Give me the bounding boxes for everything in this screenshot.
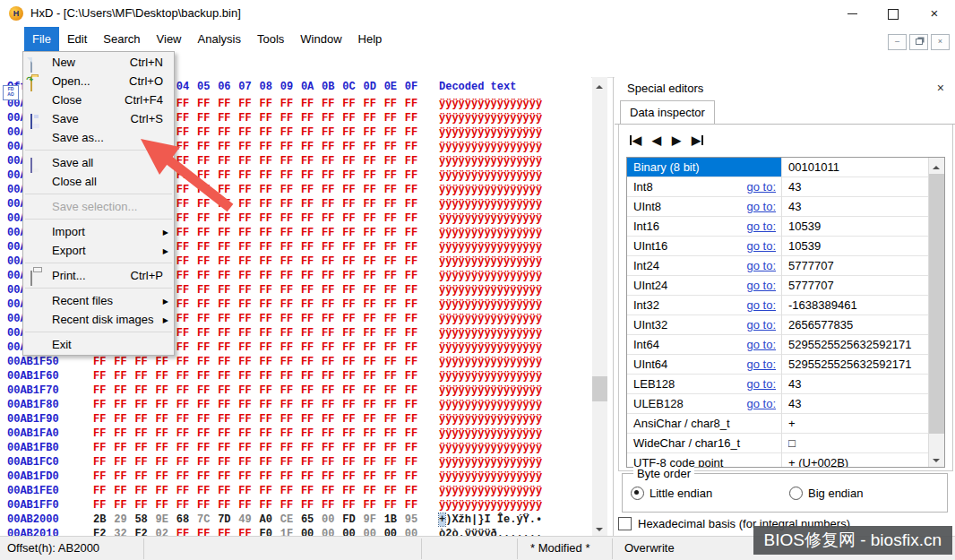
hex-byte[interactable]: FF	[405, 470, 426, 484]
hex-byte[interactable]: FF	[384, 455, 405, 470]
inspector-value[interactable]: 00101011	[788, 158, 928, 177]
hex-byte[interactable]: FF	[114, 455, 134, 470]
hex-byte[interactable]: FF	[405, 183, 426, 197]
hex-byte[interactable]: FF	[238, 484, 259, 498]
hex-byte[interactable]: 00	[405, 527, 426, 536]
hex-byte[interactable]: 29	[114, 513, 134, 527]
hex-row[interactable]: 00AB1F60FFFFFFFFFFFFFFFFFFFFFFFFFFFFFFFF…	[0, 369, 591, 383]
inspector-value[interactable]: 5777707	[788, 276, 928, 295]
hex-row[interactable]: 00AB1FA0FFFFFFFFFFFFFFFFFFFFFFFFFFFFFFFF…	[0, 426, 591, 441]
hex-byte[interactable]: 9F	[363, 513, 383, 527]
hex-byte[interactable]: FF	[280, 140, 301, 154]
hex-byte[interactable]: FF	[260, 355, 280, 369]
hex-byte[interactable]: FF	[405, 312, 426, 326]
hex-byte[interactable]: FF	[134, 412, 155, 426]
decoded-text[interactable]: ÿÿÿÿÿÿÿÿÿÿÿÿÿÿÿÿ	[439, 111, 542, 125]
hex-byte[interactable]: FF	[301, 226, 322, 240]
hex-byte[interactable]: 2B	[93, 513, 114, 527]
hex-byte[interactable]: FF	[301, 269, 322, 283]
hex-byte[interactable]: FF	[280, 383, 301, 398]
hex-byte[interactable]: FF	[156, 455, 176, 470]
hex-byte[interactable]: FF	[176, 168, 197, 183]
hex-byte[interactable]: FF	[280, 226, 301, 240]
hex-byte[interactable]: FF	[260, 125, 280, 140]
hex-byte[interactable]: FF	[134, 355, 155, 369]
hex-byte[interactable]: FF	[301, 97, 322, 111]
hex-byte[interactable]: FF	[134, 369, 155, 383]
menu-item-import[interactable]: Import▶	[23, 222, 174, 241]
menu-item-close[interactable]: CloseCtrl+F4	[23, 90, 174, 109]
hex-byte[interactable]: FF	[342, 211, 363, 226]
menu-search[interactable]: Search	[95, 27, 148, 51]
hex-byte[interactable]: FF	[342, 154, 363, 168]
inspector-type-label[interactable]: UTF-8 code point	[627, 453, 781, 468]
hex-byte[interactable]: FF	[260, 398, 280, 412]
decoded-text[interactable]: ÿÿÿÿÿÿÿÿÿÿÿÿÿÿÿÿ	[439, 183, 542, 197]
hex-byte[interactable]: FF	[363, 441, 383, 455]
hex-byte[interactable]: FF	[114, 355, 134, 369]
inspector-type-label[interactable]: Binary (8 bit)	[627, 158, 781, 177]
decoded-text[interactable]: ò2ò.ÿÿÿÿð.......	[439, 527, 542, 536]
hex-byte[interactable]: FF	[363, 111, 383, 125]
hex-byte[interactable]: FF	[405, 97, 426, 111]
hex-byte[interactable]: FF	[218, 111, 238, 125]
hex-byte[interactable]: FF	[280, 154, 301, 168]
hex-byte[interactable]: FF	[280, 283, 301, 297]
hex-byte[interactable]: FF	[280, 498, 301, 513]
hex-byte[interactable]: FF	[238, 527, 259, 536]
hex-byte[interactable]: FF	[176, 254, 197, 269]
hex-byte[interactable]: FF	[238, 183, 259, 197]
hex-byte[interactable]: FF	[280, 125, 301, 140]
inspector-value[interactable]: 43	[788, 394, 928, 413]
decoded-text[interactable]: ÿÿÿÿÿÿÿÿÿÿÿÿÿÿÿÿ	[439, 455, 542, 470]
hex-row[interactable]: 00AB1F50FFFFFFFFFFFFFFFFFFFFFFFFFFFFFFFF…	[0, 355, 591, 369]
menu-item-exit[interactable]: Exit	[23, 335, 174, 354]
menu-item-export[interactable]: Export▶	[23, 241, 174, 260]
decoded-text[interactable]: ÿÿÿÿÿÿÿÿÿÿÿÿÿÿÿÿ	[439, 369, 542, 383]
hex-byte[interactable]: FF	[156, 355, 176, 369]
hex-byte[interactable]: FF	[238, 211, 259, 226]
next-byte-button[interactable]: ▶	[672, 134, 681, 147]
hex-byte[interactable]: FF	[114, 470, 134, 484]
decoded-text[interactable]: ÿÿÿÿÿÿÿÿÿÿÿÿÿÿÿÿ	[439, 154, 542, 168]
hex-byte[interactable]: FF	[218, 297, 238, 312]
hex-row[interactable]: 00AB2010F232F202FFFFFFFFF01F000000000000…	[0, 527, 591, 536]
hex-byte[interactable]: FF	[405, 111, 426, 125]
hex-byte[interactable]: A0	[260, 513, 280, 527]
hex-byte[interactable]: FF	[280, 297, 301, 312]
hex-byte[interactable]: FF	[280, 398, 301, 412]
hex-byte[interactable]: 02	[156, 527, 176, 536]
decoded-text[interactable]: ÿÿÿÿÿÿÿÿÿÿÿÿÿÿÿÿ	[439, 226, 542, 240]
hex-byte[interactable]: FF	[363, 226, 383, 240]
hex-byte[interactable]: FF	[176, 441, 197, 455]
hex-byte[interactable]: FF	[260, 326, 280, 340]
hex-byte[interactable]: FF	[238, 197, 259, 211]
mdi-restore-button[interactable]	[909, 34, 928, 50]
hex-byte[interactable]: FF	[197, 412, 218, 426]
hex-byte[interactable]: FF	[363, 211, 383, 226]
hex-byte[interactable]: FF	[260, 383, 280, 398]
hex-byte[interactable]: FF	[238, 97, 259, 111]
hex-byte[interactable]: FF	[342, 441, 363, 455]
hex-byte[interactable]: FF	[218, 340, 238, 355]
hex-byte[interactable]: FF	[260, 254, 280, 269]
hex-byte[interactable]: 7D	[218, 513, 238, 527]
hex-byte[interactable]: FF	[280, 412, 301, 426]
hex-byte[interactable]: FF	[280, 470, 301, 484]
inspector-scrollbar[interactable]	[928, 158, 944, 467]
hex-byte[interactable]: FF	[197, 111, 218, 125]
scroll-up-icon[interactable]	[929, 158, 944, 173]
goto-link[interactable]: go to:	[724, 375, 776, 393]
hex-byte[interactable]: 9E	[156, 513, 176, 527]
menu-item-close-all[interactable]: Close all	[23, 172, 174, 191]
hex-byte[interactable]: FF	[114, 398, 134, 412]
hex-byte[interactable]: CE	[280, 513, 301, 527]
hex-byte[interactable]: FF	[384, 269, 405, 283]
hex-byte[interactable]: FF	[384, 470, 405, 484]
hex-byte[interactable]: FF	[176, 412, 197, 426]
hex-byte[interactable]: FF	[218, 441, 238, 455]
maximize-button[interactable]	[873, 0, 914, 27]
hex-byte[interactable]: FF	[322, 125, 342, 140]
decoded-text[interactable]: ÿÿÿÿÿÿÿÿÿÿÿÿÿÿÿÿ	[439, 340, 542, 355]
hex-byte[interactable]: FF	[238, 240, 259, 254]
